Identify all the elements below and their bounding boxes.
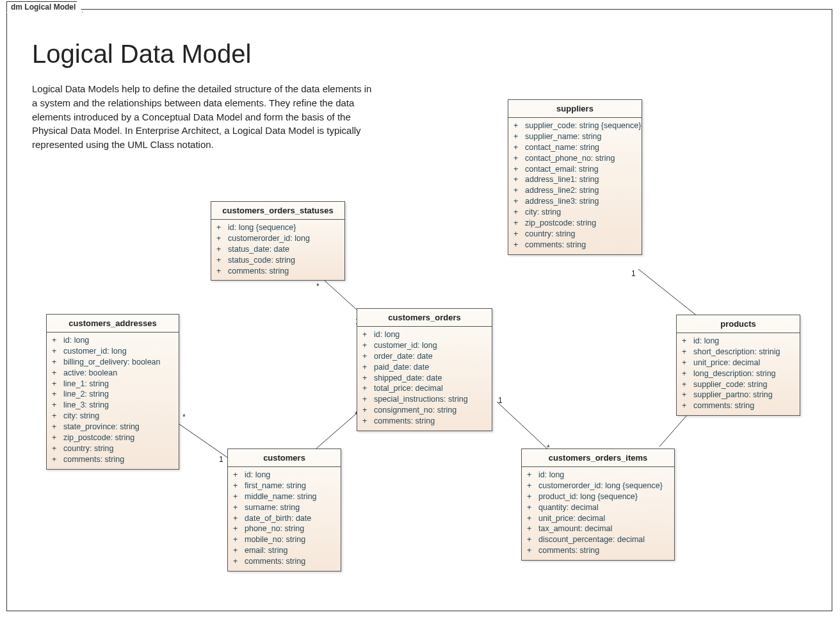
visibility-plus-icon: + (216, 233, 228, 244)
attribute-label: consignment_no: string (374, 405, 487, 416)
visibility-plus-icon: + (513, 131, 525, 142)
visibility-plus-icon: + (682, 347, 693, 358)
visibility-plus-icon: + (362, 416, 374, 427)
attribute-row: +line_3: string (52, 400, 174, 411)
attribute-row: +tax_amount: decimal (527, 523, 669, 534)
attribute-row: +customerorder_id: long (216, 233, 339, 244)
attribute-label: id: long (374, 329, 487, 340)
attribute-label: short_description: strinig (693, 347, 795, 358)
attribute-label: shipped_date: date (374, 373, 487, 384)
attribute-row: +comments: string (233, 556, 335, 567)
attribute-row: +contact_phone_no: string (513, 153, 636, 164)
page-description: Logical Data Models help to define the d… (32, 82, 378, 152)
visibility-plus-icon: + (513, 229, 525, 240)
attribute-row: +product_id: long {sequence} (527, 491, 669, 502)
attribute-row: +long_description: string (682, 368, 795, 379)
visibility-plus-icon: + (362, 340, 374, 351)
attribute-row: +unit_price: decimal (527, 513, 669, 524)
attribute-row: +country: string (513, 229, 636, 240)
attribute-row: +mobile_no: string (233, 534, 335, 545)
attribute-row: +id: long (233, 470, 335, 481)
diagram-canvas: dm Logical Model Logical Data Model Logi… (0, 0, 840, 617)
page-title: Logical Data Model (32, 40, 251, 69)
attribute-label: status_date: date (228, 244, 339, 255)
visibility-plus-icon: + (682, 400, 693, 411)
attribute-label: line_1: string (63, 379, 174, 390)
attribute-label: contact_email: string (525, 164, 636, 175)
mult-orders-1b: 1 (497, 396, 504, 405)
attribute-label: id: long (538, 470, 669, 481)
visibility-plus-icon: + (52, 335, 63, 346)
attribute-row: +comments: string (216, 266, 339, 277)
attribute-label: first_name: string (245, 481, 335, 491)
visibility-plus-icon: + (52, 357, 63, 368)
visibility-plus-icon: + (527, 470, 538, 481)
attribute-label: comments: string (693, 400, 795, 411)
entity-customers-orders[interactable]: customers_orders +id: long+customer_id: … (357, 308, 492, 431)
attribute-label: supplier_name: string (525, 131, 636, 142)
attribute-row: +billing_or_delivery: boolean (52, 357, 174, 368)
attribute-label: quantity: decimal (538, 502, 669, 513)
attribute-row: +comments: string (527, 545, 669, 556)
visibility-plus-icon: + (52, 368, 63, 379)
visibility-plus-icon: + (513, 218, 525, 229)
attribute-label: comments: string (525, 240, 636, 251)
attribute-label: comments: string (245, 556, 335, 567)
attribute-row: +unit_price: decimal (682, 358, 795, 368)
visibility-plus-icon: + (52, 400, 63, 411)
attribute-label: unit_price: decimal (693, 358, 795, 368)
attribute-row: +order_date: date (362, 351, 487, 362)
visibility-plus-icon: + (527, 523, 538, 534)
entity-suppliers[interactable]: suppliers +supplier_code: string {sequen… (508, 99, 642, 255)
visibility-plus-icon: + (682, 368, 693, 379)
visibility-plus-icon: + (52, 411, 63, 422)
attribute-row: +city: string (52, 411, 174, 422)
attribute-row: +comments: string (682, 400, 795, 411)
attribute-label: comments: string (374, 416, 487, 427)
visibility-plus-icon: + (513, 196, 525, 207)
attribute-label: tax_amount: decimal (538, 523, 669, 534)
attribute-label: email: string (245, 545, 335, 556)
visibility-plus-icon: + (362, 405, 374, 416)
attribute-label: order_date: date (374, 351, 487, 362)
attribute-label: address_line3: string (525, 196, 636, 207)
visibility-plus-icon: + (233, 481, 245, 491)
visibility-plus-icon: + (362, 362, 374, 373)
attribute-row: +supplier_code: string {sequence} (513, 120, 636, 131)
attribute-row: +first_name: string (233, 481, 335, 491)
entity-title: customers_orders (357, 309, 492, 327)
entity-customers-orders-statuses[interactable]: customers_orders_statuses +id: long {seq… (211, 201, 345, 281)
visibility-plus-icon: + (362, 373, 374, 384)
attribute-row: +customerorder_id: long {sequence} (527, 481, 669, 491)
entity-attrs: +id: long+short_description: strinig+uni… (677, 333, 800, 415)
attribute-label: billing_or_delivery: boolean (63, 357, 174, 368)
entity-products[interactable]: products +id: long+short_description: st… (676, 315, 800, 416)
visibility-plus-icon: + (527, 481, 538, 491)
attribute-row: +paid_date: date (362, 362, 487, 373)
visibility-plus-icon: + (233, 523, 245, 534)
visibility-plus-icon: + (52, 432, 63, 443)
attribute-label: country: string (525, 229, 636, 240)
entity-customers-orders-items[interactable]: customers_orders_items +id: long+custome… (521, 448, 675, 561)
frame-tab-label: dm Logical Model (6, 1, 83, 13)
attribute-label: customerorder_id: long (228, 233, 339, 244)
entity-title: products (677, 315, 800, 333)
attribute-label: id: long (693, 336, 795, 347)
visibility-plus-icon: + (682, 358, 693, 368)
attribute-label: address_line1: string (525, 174, 636, 185)
visibility-plus-icon: + (52, 379, 63, 390)
attribute-row: +line_2: string (52, 389, 174, 400)
entity-customers-addresses[interactable]: customers_addresses +id: long+customer_i… (46, 314, 179, 470)
visibility-plus-icon: + (527, 513, 538, 524)
attribute-label: zip_postcode: string (63, 432, 174, 443)
attribute-row: +supplier_partno: string (682, 390, 795, 400)
attribute-label: supplier_code: string (693, 379, 795, 390)
entity-customers[interactable]: customers +id: long+first_name: string+m… (227, 448, 341, 572)
visibility-plus-icon: + (52, 346, 63, 357)
visibility-plus-icon: + (513, 120, 525, 131)
visibility-plus-icon: + (52, 422, 63, 432)
attribute-row: +comments: string (513, 240, 636, 251)
visibility-plus-icon: + (52, 389, 63, 400)
entity-title: customers_orders_items (522, 449, 674, 467)
visibility-plus-icon: + (216, 266, 228, 277)
